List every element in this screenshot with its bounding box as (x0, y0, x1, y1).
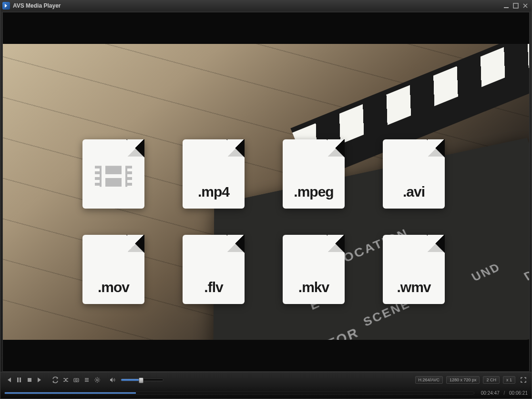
file-icon-mpeg: .mpeg (283, 139, 345, 209)
file-icon-mp4: .mp4 (183, 139, 245, 209)
fullscreen-button[interactable] (519, 376, 528, 384)
resolution-badge: 1280 x 720 px (446, 376, 480, 384)
title-bar[interactable]: AVS Media Player (0, 0, 532, 11)
volume-slider[interactable] (121, 378, 164, 381)
svg-rect-2 (17, 378, 19, 382)
previous-button[interactable] (4, 376, 13, 384)
video-viewport[interactable]: LOCATION E SCENE DIRECTOR UND DATE .mp4.… (2, 12, 530, 372)
svg-rect-4 (28, 378, 31, 382)
svg-rect-1 (513, 3, 518, 8)
current-time: 00:24:47 (481, 390, 500, 396)
volume-icon[interactable] (108, 376, 117, 384)
speed-badge: x 1 (503, 376, 515, 384)
file-icon-mkv: .mkv (283, 235, 345, 304)
time-display: 00:24:47 / 00:06:21 (481, 390, 528, 396)
repeat-button[interactable] (51, 376, 60, 384)
close-button[interactable] (521, 2, 530, 9)
control-bar: H.264/AVC 1280 x 720 px 2 CH x 1 (0, 372, 532, 387)
file-icon-wmv: .wmv (383, 235, 445, 304)
video-content: LOCATION E SCENE DIRECTOR UND DATE .mp4.… (3, 44, 529, 340)
svg-rect-3 (20, 378, 21, 382)
seek-slider[interactable] (4, 392, 474, 394)
file-icon-avi: .avi (383, 139, 445, 209)
svg-rect-0 (504, 7, 509, 8)
file-icon-flv: .flv (183, 235, 245, 304)
slate-director: DIRECTOR (279, 325, 361, 340)
playlist-button[interactable] (82, 376, 91, 384)
file-format-label: .mp4 (198, 184, 229, 209)
file-format-label: .mkv (298, 279, 329, 304)
total-time: 00:06:21 (509, 390, 528, 396)
file-format-label: .flv (204, 279, 223, 304)
file-format-label: .mov (98, 279, 129, 304)
shuffle-button[interactable] (61, 376, 70, 384)
next-button[interactable] (36, 376, 44, 384)
settings-button[interactable] (93, 376, 102, 384)
window-title: AVS Media Player (13, 2, 61, 9)
file-format-label: .wmv (397, 279, 430, 304)
format-grid: .mp4.mpeg.avi.mov.flv.mkv.wmv (3, 139, 529, 302)
snapshot-button[interactable] (72, 376, 81, 384)
file-icon-mov: .mov (82, 235, 144, 304)
maximize-button[interactable] (512, 2, 520, 9)
file-icon-video (82, 139, 144, 209)
file-format-label: .avi (403, 184, 425, 209)
svg-point-6 (75, 379, 77, 381)
stop-button[interactable] (25, 376, 34, 384)
codec-badge: H.264/AVC (415, 376, 443, 384)
pause-button[interactable] (15, 376, 23, 384)
film-strip-icon (100, 166, 127, 187)
channels-badge: 2 CH (483, 376, 500, 384)
svg-point-7 (96, 379, 98, 381)
time-bar: 00:24:47 / 00:06:21 (0, 387, 532, 399)
file-format-label: .mpeg (294, 184, 333, 209)
app-logo-icon (2, 2, 10, 10)
minimize-button[interactable] (502, 2, 511, 9)
app-window: AVS Media Player LOCATION E SCENE DIRECT… (0, 0, 532, 399)
volume-thumb[interactable] (139, 378, 143, 383)
